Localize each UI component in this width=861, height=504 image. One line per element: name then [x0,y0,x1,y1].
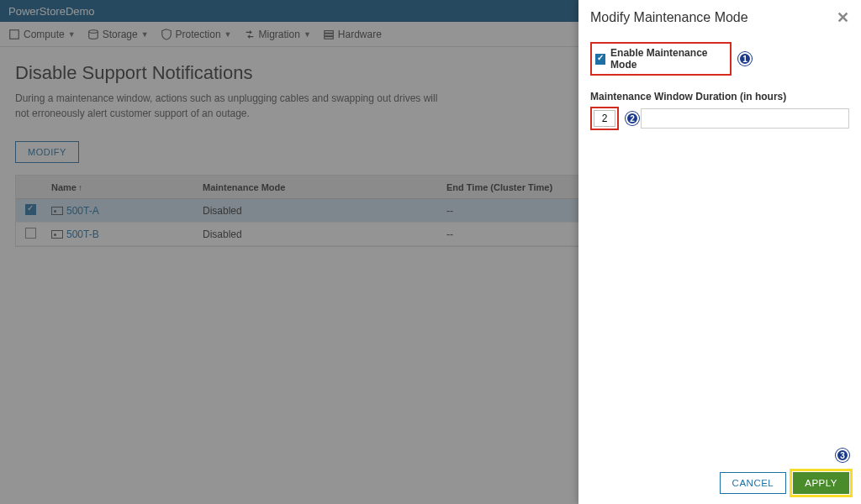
callout-3: 3 [836,449,849,462]
apply-button[interactable]: APPLY [793,472,849,494]
duration-label: Maintenance Window Duration (in hours) [590,91,849,102]
duration-bar[interactable] [641,108,849,129]
enable-maintenance-label: Enable Maintenance Mode [610,47,726,71]
enable-maintenance-checkbox[interactable] [595,54,605,65]
callout-2: 2 [626,112,639,125]
duration-input[interactable] [594,110,615,127]
enable-maintenance-row[interactable]: Enable Maintenance Mode [590,42,732,76]
close-icon[interactable]: ✕ [837,8,849,27]
cancel-button[interactable]: CANCEL [720,472,787,494]
callout-1: 1 [738,52,752,66]
modify-maintenance-panel: Modify Maintenance Mode ✕ Enable Mainten… [578,0,861,504]
panel-title: Modify Maintenance Mode [590,10,748,25]
